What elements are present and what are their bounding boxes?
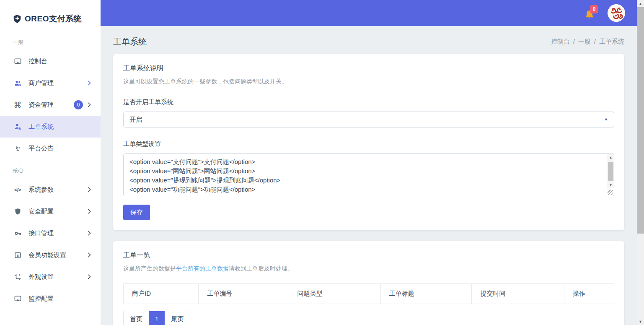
breadcrumb-general[interactable]: 一般 [578,38,591,46]
breadcrumb-separator: / [594,38,596,46]
scroll-down-arrow-icon[interactable]: ▼ [607,182,614,188]
selected-option: 开启 [129,116,604,124]
sidebar-item-security[interactable]: 安全配置 [0,200,101,222]
col-merchant-id: 商户ID [124,284,199,304]
chevron-right-icon [87,252,91,258]
scroll-up-arrow-icon[interactable]: ▲ [607,154,614,161]
workorder-types-textarea[interactable]: <option value="支付问题">支付问题</option> <opti… [124,154,606,196]
topbar: 0 [101,0,637,26]
chevron-right-icon [87,102,91,108]
users-icon [13,79,23,87]
workorders-table: 商户ID 工单编号 问题类型 工单标题 提交时间 操作 [123,283,614,304]
scroll-down-arrow-icon[interactable]: ▼ [637,318,644,325]
breadcrumb-current: 工单系统 [599,38,624,46]
sidebar-item-console[interactable]: 控制台 [0,50,101,72]
sidebar-item-label: 平台公告 [28,145,91,153]
textarea-resize-grip[interactable] [608,190,613,195]
monitor-icon [13,294,23,303]
card-dollar-icon: $ [13,251,23,259]
sidebar-item-label: 控制台 [28,57,91,65]
sidebar-item-funds[interactable]: ⌘ 资金管理 0 [0,94,101,116]
nav-section-general: 一般 [0,39,101,46]
sidebar-item-label: 资金管理 [28,101,74,109]
col-issue-type: 问题类型 [289,284,380,304]
pagination: 首页 1 尾页 [123,311,190,325]
col-order-title: 工单标题 [380,284,472,304]
description-prefix: 这里所产生的数据是 [123,265,176,272]
sidebar-item-appearance[interactable]: 外观设置 [0,266,101,288]
sidebar-item-label: 外观设置 [28,273,87,281]
chevron-right-icon [87,230,91,236]
funds-count-badge: 0 [74,100,83,109]
sidebar: OREO支付系统 一般 控制台 商户管理 ⌘ 资金管理 0 工单系统 平台公告 … [0,0,101,325]
pagination-page-1-button[interactable]: 1 [149,311,165,325]
broadcast-icon [13,144,23,153]
all-workorder-data-link[interactable]: 平台所有的工单数据 [176,265,229,272]
col-actions: 操作 [564,284,614,304]
scroll-up-arrow-icon[interactable]: ▲ [637,0,644,7]
textarea-scrollbar[interactable]: ▲ ▼ [607,154,614,188]
orders-card-description: 这里所产生的数据是平台所有的工单数据请收到工单后及时处理。 [123,265,614,273]
sidebar-item-announcements[interactable]: 平台公告 [0,138,101,159]
sidebar-item-label: 商户管理 [28,79,87,87]
chevron-right-icon [87,187,91,192]
col-order-number: 工单编号 [199,284,289,304]
workorder-types-textarea-wrap: <option value="支付问题">支付问题</option> <opti… [123,153,614,196]
monitor-icon [13,57,23,65]
nav-section-core: 核心 [0,167,101,174]
svg-text:$: $ [17,253,19,257]
shield-plus-icon [13,14,22,23]
sidebar-item-label: 工单系统 [28,123,91,131]
col-submit-time: 提交时间 [472,284,564,304]
sidebar-item-label: 接口管理 [28,229,87,237]
sidebar-item-merchants[interactable]: 商户管理 [0,72,101,94]
sidebar-item-label: 会员功能设置 [28,251,87,259]
sidebar-item-workorders[interactable]: 工单系统 [0,116,101,138]
settings-card-description: 这里可以设置您工单系统的一些参数，包括问题类型以及开关。 [123,78,614,86]
pagination-last-button[interactable]: 尾页 [165,311,190,325]
breadcrumb-console[interactable]: 控制台 [551,38,570,46]
crop-icon [13,273,23,281]
toggle-field-label: 是否开启工单系统 [123,98,614,106]
workorder-list-card: 工单一览 这里所产生的数据是平台所有的工单数据请收到工单后及时处理。 商户ID … [113,241,624,325]
page-content: 工单系统 控制台 / 一般 / 工单系统 工单系统说明 这里可以设置您工单系统的… [101,26,637,325]
notification-count-badge: 0 [590,5,598,13]
workorder-enabled-select[interactable]: 开启 ▼ [123,112,614,127]
window-scrollbar[interactable]: ▲ ▼ [637,0,644,325]
select-dropdown-arrow-icon: ▼ [604,117,608,122]
key-icon [13,229,23,237]
sidebar-item-label: 系统参数 [28,186,87,194]
sidebar-item-monitoring[interactable]: 监控配置 [0,288,101,309]
sidebar-item-system-params[interactable]: </> 系统参数 [0,179,101,200]
sidebar-item-member-features[interactable]: $ 会员功能设置 [0,244,101,266]
workorder-settings-card: 工单系统说明 这里可以设置您工单系统的一些参数，包括问题类型以及开关。 是否开启… [113,54,624,230]
table-header-row: 商户ID 工单编号 问题类型 工单标题 提交时间 操作 [124,284,614,304]
sidebar-item-label: 监控配置 [28,295,91,303]
brand[interactable]: OREO支付系统 [0,0,101,24]
main-area: 0 工单系统 控制台 / 一般 / 工单系统 工单系统说明 这里可以设置您工单系… [101,0,637,325]
shield-icon [13,207,23,216]
sidebar-item-api[interactable]: 接口管理 [0,222,101,244]
breadcrumb-separator: / [573,38,575,46]
chevron-right-icon [87,80,91,86]
user-avatar[interactable] [608,4,625,22]
types-field-label: 工单类型设置 [123,140,614,148]
command-icon: ⌘ [13,101,23,109]
user-gear-icon [13,122,23,131]
description-suffix: 请收到工单后及时处理。 [229,265,293,272]
settings-card-title: 工单系统说明 [123,64,614,73]
breadcrumb: 控制台 / 一般 / 工单系统 [551,38,624,46]
pagination-first-button[interactable]: 首页 [124,311,149,325]
page-title: 工单系统 [113,36,147,47]
window-scrollbar-thumb[interactable] [637,7,644,234]
code-icon: </> [13,185,23,194]
textarea-scrollbar-thumb[interactable] [608,162,613,181]
notifications-button[interactable]: 0 [584,6,597,20]
sidebar-item-label: 安全配置 [28,208,87,216]
brand-name: OREO支付系统 [25,13,82,24]
chevron-right-icon [87,274,91,280]
save-button[interactable]: 保存 [123,205,150,220]
chevron-right-icon [87,208,91,214]
orders-card-title: 工单一览 [123,251,614,260]
